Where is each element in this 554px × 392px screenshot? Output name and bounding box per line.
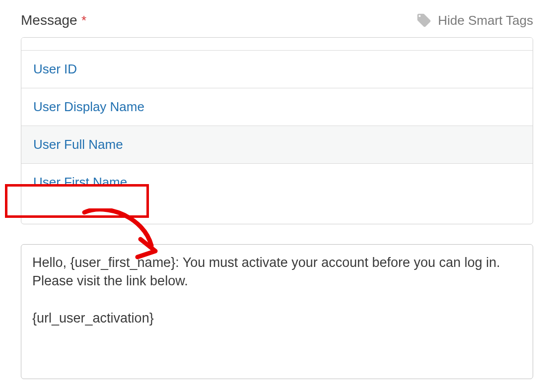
required-indicator: * (81, 13, 86, 28)
hide-smart-tags-label: Hide Smart Tags (438, 13, 533, 28)
smart-tag-item[interactable]: User ID (21, 51, 533, 88)
field-label-wrap: Message * (21, 12, 86, 28)
field-header: Message * Hide Smart Tags (21, 12, 533, 28)
hide-smart-tags-button[interactable]: Hide Smart Tags (416, 12, 533, 28)
smart-tags-list: User IP Address User ID User Display Nam… (21, 37, 533, 201)
smart-tag-item[interactable]: User Display Name (21, 88, 533, 126)
field-label: Message (21, 12, 77, 28)
smart-tags-panel[interactable]: User IP Address User ID User Display Nam… (21, 37, 533, 224)
smart-tag-item[interactable]: User First Name (21, 164, 533, 201)
tag-icon (416, 12, 432, 28)
smart-tag-item[interactable]: User IP Address (21, 37, 533, 51)
message-textarea[interactable]: Hello, {user_first_name}: You must activ… (21, 244, 533, 379)
smart-tag-item[interactable]: User Full Name (21, 126, 533, 164)
